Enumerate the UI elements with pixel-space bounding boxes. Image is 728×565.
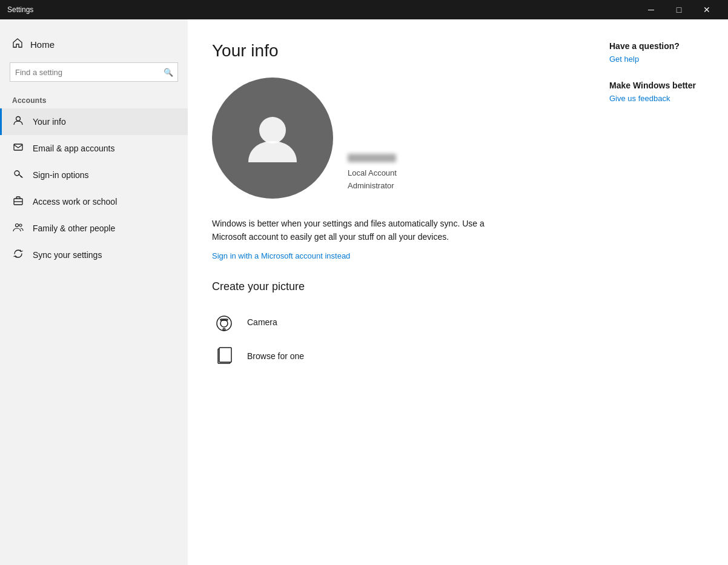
sidebar-item-sign-in-options[interactable]: Sign-in options — [0, 162, 188, 188]
settings-window: Settings ─ □ ✕ Home 🔍 — [0, 0, 728, 565]
profile-section: Local Account Administrator — [212, 78, 571, 199]
feedback-section: Make Windows better Give us feedback — [609, 81, 713, 103]
sidebar-item-family-other-people[interactable]: Family & other people — [0, 215, 188, 242]
email-icon — [12, 142, 24, 155]
sidebar-item-label-family: Family & other people — [33, 223, 115, 233]
search-icon: 🔍 — [164, 68, 173, 77]
browse-option[interactable]: Browse for one — [212, 339, 571, 373]
browse-icon — [212, 344, 236, 368]
profile-info: Local Account Administrator — [348, 154, 397, 199]
main-content: Your info Local Account Administrator — [188, 19, 595, 565]
search-box: 🔍 — [10, 62, 178, 82]
account-type-line1: Local Account — [348, 168, 397, 177]
svg-point-9 — [220, 320, 228, 327]
make-windows-better-title: Make Windows better — [609, 81, 713, 90]
camera-icon — [212, 310, 236, 334]
avatar — [212, 78, 333, 199]
key-icon — [12, 168, 24, 182]
home-icon — [12, 38, 23, 51]
username-redacted — [348, 154, 396, 162]
svg-point-0 — [16, 117, 21, 121]
camera-option[interactable]: Camera — [212, 305, 571, 339]
sidebar-home-label: Home — [30, 39, 55, 50]
sidebar-item-label-work-school: Access work or school — [33, 197, 117, 207]
window-title: Settings — [7, 5, 637, 14]
svg-rect-1 — [14, 144, 22, 150]
camera-label: Camera — [247, 317, 277, 327]
title-bar: Settings ─ □ ✕ — [0, 0, 728, 19]
person-icon — [12, 115, 24, 128]
main-container: Home 🔍 Accounts Your info — [0, 19, 728, 565]
give-feedback-link[interactable]: Give us feedback — [609, 94, 713, 103]
account-type: Local Account Administrator — [348, 167, 397, 193]
svg-point-2 — [15, 171, 19, 176]
create-picture-section: Create your picture Camera — [212, 280, 571, 373]
microsoft-sign-in-link[interactable]: Sign in with a Microsoft account instead — [212, 251, 350, 260]
minimize-button[interactable]: ─ — [637, 0, 665, 19]
page-title: Your info — [212, 41, 571, 61]
microsoft-prompt-text: Windows is better when your settings and… — [212, 217, 491, 244]
search-input[interactable] — [10, 62, 178, 82]
sidebar-item-email-app-accounts[interactable]: Email & app accounts — [0, 135, 188, 162]
sidebar-item-label-your-info: Your info — [33, 117, 66, 127]
svg-point-5 — [16, 224, 19, 227]
svg-rect-13 — [219, 348, 231, 362]
account-type-line2: Administrator — [348, 181, 394, 190]
avatar-svg — [239, 105, 306, 171]
close-button[interactable]: ✕ — [693, 0, 721, 19]
sidebar-home[interactable]: Home — [0, 31, 188, 58]
sidebar: Home 🔍 Accounts Your info — [0, 19, 188, 565]
sidebar-item-sync-settings[interactable]: Sync your settings — [0, 242, 188, 268]
briefcase-icon — [12, 195, 24, 208]
create-picture-title: Create your picture — [212, 280, 571, 293]
svg-point-7 — [259, 117, 286, 144]
sync-icon — [12, 248, 24, 262]
sidebar-item-your-info[interactable]: Your info — [0, 108, 188, 135]
window-controls: ─ □ ✕ — [637, 0, 721, 19]
group-icon — [12, 222, 24, 235]
browse-label: Browse for one — [247, 351, 304, 361]
get-help-link[interactable]: Get help — [609, 55, 713, 64]
sidebar-item-access-work-school[interactable]: Access work or school — [0, 188, 188, 215]
microsoft-prompt: Windows is better when your settings and… — [212, 217, 491, 261]
svg-point-6 — [19, 224, 22, 226]
sidebar-item-label-sync: Sync your settings — [33, 250, 102, 260]
sidebar-item-label-email: Email & app accounts — [33, 144, 114, 153]
sidebar-section-label: Accounts — [0, 91, 188, 108]
maximize-button[interactable]: □ — [665, 0, 693, 19]
sidebar-item-label-signin: Sign-in options — [33, 170, 89, 180]
right-panel: Have a question? Get help Make Windows b… — [595, 19, 728, 565]
help-section: Have a question? Get help — [609, 41, 713, 64]
have-question-title: Have a question? — [609, 41, 713, 51]
